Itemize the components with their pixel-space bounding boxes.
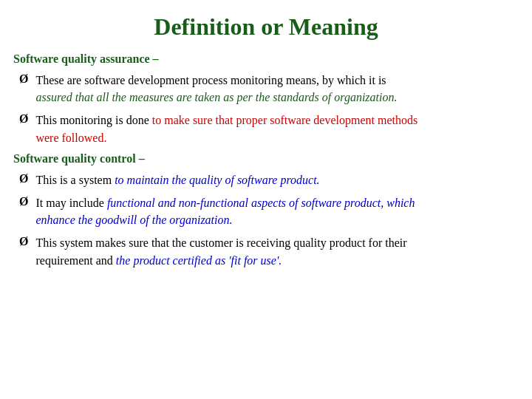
sqa-bullet-1-text: These are software development process m… (35, 74, 386, 86)
sqc-bullet-1: Ø This is a system to maintain the quali… (13, 171, 519, 188)
page-title: Definition or Meaning (13, 13, 519, 41)
sqa-bullet-2-text-red: to make sure that proper software develo… (152, 114, 417, 126)
sqc-bullet-3-normal-2: requirement and (35, 254, 115, 267)
sqc-heading: Software quality control – (13, 152, 519, 166)
section-sqc: Software quality control – Ø This is a s… (13, 152, 519, 269)
sqc-bullet-3-content: This system makes sure that the customer… (35, 234, 406, 268)
bullet-symbol-3: Ø (19, 172, 28, 185)
sqc-bullet-1-blue: to maintain the quality of software prod… (115, 174, 319, 186)
sqa-bullet-2: Ø This monitoring is done to make sure t… (13, 112, 519, 146)
sqa-heading: Software quality assurance – (13, 52, 519, 66)
sqa-bullet-2-text-normal: This monitoring is done (35, 114, 151, 126)
bullet-symbol: Ø (19, 72, 28, 86)
sqa-bullet-1-content: These are software development process m… (35, 72, 397, 106)
sqc-bullet-1-normal: This is a system (35, 174, 115, 186)
sqc-bullet-2-content: It may include functional and non-functi… (35, 194, 415, 228)
page: Definition or Meaning Software quality a… (0, 0, 532, 399)
sqc-bullet-3-normal: This system makes sure that the customer… (35, 236, 406, 249)
section-sqa: Software quality assurance – Ø These are… (13, 52, 519, 146)
sqa-bullet-1: Ø These are software development process… (13, 72, 519, 106)
sqc-bullet-3: Ø This system makes sure that the custom… (13, 234, 519, 268)
sqa-bullet-1-continuation: assured that all the measures are taken … (35, 91, 397, 103)
sqc-bullet-2-continuation: enhance the goodwill of the organization… (35, 214, 232, 226)
bullet-symbol-4: Ø (19, 195, 28, 208)
sqa-bullet-2-continuation: were followed. (35, 132, 106, 144)
bullet-symbol-2: Ø (19, 112, 28, 126)
sqc-bullet-1-content: This is a system to maintain the quality… (35, 171, 319, 188)
sqc-bullet-2-blue: functional and non-functional aspects of… (107, 197, 415, 209)
bullet-symbol-5: Ø (19, 235, 28, 248)
sqc-bullet-2-normal: It may include (35, 197, 106, 209)
sqa-bullet-2-content: This monitoring is done to make sure tha… (35, 112, 417, 146)
sqc-bullet-3-blue: the product certified as 'fit for use'. (116, 254, 282, 267)
sqc-bullet-2: Ø It may include functional and non-func… (13, 194, 519, 228)
